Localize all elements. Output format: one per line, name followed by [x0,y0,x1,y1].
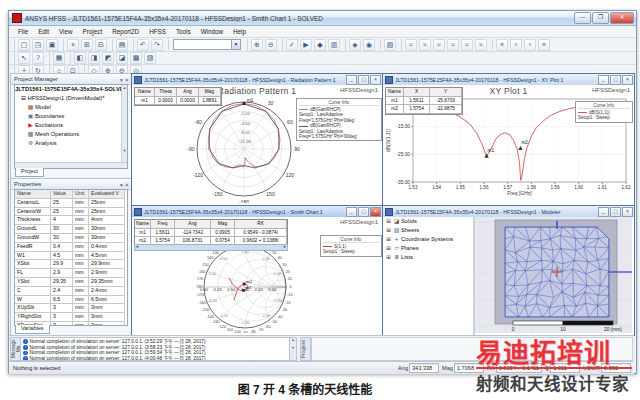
property-value[interactable]: mm [73,199,89,208]
property-value[interactable]: 3mm [89,322,125,326]
modeler-tree-item-solids[interactable]: ⊞◪Solids [383,217,473,226]
child-maximize-button[interactable]: ▢ [610,207,621,217]
undo-icon[interactable]: ↶ [137,39,149,51]
property-value[interactable]: 29.35mm [89,278,125,287]
nav-last-icon[interactable]: » [538,39,550,51]
property-name[interactable]: CeramicW [15,208,51,217]
wave-1-icon[interactable]: ≈ [405,39,417,51]
wave-3-icon[interactable]: ≈ [433,39,445,51]
property-value[interactable]: 4.5 [51,252,73,261]
property-name[interactable]: FeedR [15,243,51,252]
modeler-3d-view[interactable]: 01020 (mm) [475,217,634,335]
property-value[interactable]: 25 [51,208,73,217]
minimize-button[interactable]: — [574,12,591,24]
radiation-icon[interactable]: ◉ [363,39,375,51]
select-icon[interactable]: ↖ [18,52,30,64]
expand-icon[interactable]: ⊞ [385,217,392,226]
project-root[interactable]: JLTD1561-1575E15F4A-35x35x4-SOLVED* [15,85,127,94]
modeler-tree-item-coordinate-systems[interactable]: ⊞+Coordinate Systems [383,235,473,244]
combo-dropdown-icon[interactable]: ▼ [231,40,240,49]
property-value[interactable]: mm [73,225,89,234]
property-value[interactable]: 4.5mm [89,252,125,261]
property-value[interactable]: mm [73,234,89,243]
progress-tab[interactable]: Progress [300,337,311,361]
close-button[interactable]: ✕ [610,12,634,24]
modeler-tree-item-sheets[interactable]: ⊞▨Sheets [383,226,473,235]
child-maximize-button[interactable]: ▢ [610,75,621,85]
paste-icon[interactable]: ⊟ [95,39,107,51]
save-icon[interactable]: ▣ [46,39,58,51]
nav-first-icon[interactable]: « [496,39,508,51]
menu-item-file[interactable]: File [13,28,33,35]
property-value[interactable]: 30mm [89,234,125,243]
property-value[interactable]: 29.9mm [89,260,125,269]
property-value[interactable]: mm [73,313,89,322]
property-value[interactable]: 2.9 [51,269,73,278]
property-name[interactable]: W1 [15,252,51,261]
property-value[interactable]: mm [73,208,89,217]
property-value[interactable]: mm [73,260,89,269]
analyze-all-icon[interactable]: ▶ [300,39,312,51]
wave-2-icon[interactable]: ≈ [419,39,431,51]
validate-icon[interactable]: ✓ [286,39,298,51]
property-name[interactable]: GroundL [15,225,51,234]
property-value[interactable]: mm [73,304,89,313]
edge-mode-icon[interactable]: ◨ [88,52,100,64]
menu-item-window[interactable]: Window [196,28,228,35]
message-scrollbar[interactable]: ▲▼ [289,337,297,361]
expand-icon[interactable]: ⊞ [385,253,392,262]
property-value[interactable]: 3 [51,322,73,326]
property-name[interactable]: Thickness [15,216,51,225]
property-value[interactable]: 6.5mm [89,296,125,305]
property-value[interactable]: 25mm [89,199,125,208]
maximize-button[interactable]: ❐ [592,12,609,24]
property-name[interactable]: XUpSlit [15,304,51,313]
property-name[interactable]: YRightSlot [15,313,51,322]
variables-tab[interactable]: Variables [15,325,50,334]
property-name[interactable]: XSlot [15,260,51,269]
property-value[interactable]: mm [73,278,89,287]
cut-icon[interactable]: × [67,39,79,51]
property-value[interactable]: 3 [51,304,73,313]
expand-icon[interactable]: ⊞ [385,226,392,235]
property-name[interactable]: FL [15,269,51,278]
property-value[interactable]: 2.4 [51,287,73,296]
property-name[interactable]: W [15,296,51,305]
nav-next-icon[interactable]: › [524,39,536,51]
child-close-button[interactable]: × [370,75,381,85]
redo-icon[interactable]: ↷ [151,39,163,51]
property-value[interactable]: 29.9 [51,260,73,269]
modeler-canvas[interactable]: 01020 (mm) [475,217,632,333]
property-value[interactable]: 2.4mm [89,287,125,296]
multi-mode-icon[interactable]: ▩ [130,52,142,64]
solve-setup-combo[interactable]: ▼ [173,39,241,50]
expand-icon[interactable]: ⊞ [385,235,392,244]
property-name[interactable]: CeramicL [15,199,51,208]
property-value[interactable]: 30 [51,225,73,234]
property-value[interactable]: mm [73,243,89,252]
zoom-out-icon[interactable]: ⊖ [265,39,277,51]
title-bar[interactable]: ANSYS HFSS - JLTD1561-1575E15F4A-35x35x4… [9,11,636,26]
project-tab[interactable]: Project [15,168,44,177]
child-close-button[interactable]: × [622,207,633,217]
copy-icon[interactable]: ⊞ [81,39,93,51]
print-icon[interactable]: ▤ [116,39,128,51]
zoom-in-icon[interactable]: ⊕ [251,39,263,51]
help-pointer-icon[interactable]: ? [32,52,44,64]
open-icon[interactable]: ◳ [32,39,44,51]
tree-item-excitations[interactable]: ▶Excitations [15,121,127,130]
model-mode-icon[interactable]: ◪ [116,52,128,64]
tree-item-analysis[interactable]: ⊛Analysis [15,139,127,148]
child-close-button[interactable]: × [370,207,381,217]
wave-6-icon[interactable]: ≈ [475,39,487,51]
modeler-tree-item-lists[interactable]: ⊞≣Lists [383,253,473,262]
menu-item-hfss[interactable]: HFSS [144,28,171,35]
fields-icon[interactable]: ◈ [349,39,361,51]
tree-item-model[interactable]: ▦Model [15,103,127,112]
property-value[interactable]: mm [73,252,89,261]
property-value[interactable]: 4 [51,216,73,225]
modeler-tree-item-planes[interactable]: ⊞▱Planes [383,244,473,253]
property-value[interactable]: 30mm [89,225,125,234]
menu-item-help[interactable]: Help [228,28,251,35]
group-mode-icon[interactable]: ▨ [144,52,156,64]
